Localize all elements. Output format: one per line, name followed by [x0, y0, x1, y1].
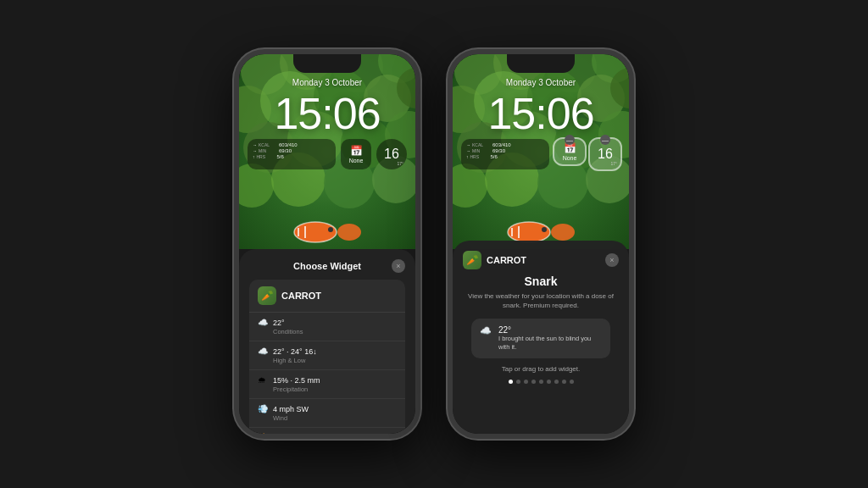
- volume-down-button: [234, 198, 236, 229]
- min-arrow-2: →: [466, 148, 470, 153]
- page-dots: [463, 380, 619, 384]
- close-icon-2: ×: [609, 256, 614, 264]
- tap-label: Tap or drag to add widget.: [463, 365, 619, 373]
- kcal-label: KCAL: [259, 142, 277, 147]
- dot-8: [562, 380, 566, 384]
- widget-item-uvi[interactable]: ☀️ UVI 6 High UV Index: [249, 428, 405, 434]
- uvi-icon: ☀️: [258, 433, 270, 434]
- carrot-label-2: CARROT: [487, 255, 526, 265]
- lock-time-1: 15:06: [239, 88, 415, 139]
- snark-panel-header: 🥕 CARROT ×: [463, 251, 619, 269]
- panel-title-1: Choose Widget: [263, 261, 392, 271]
- snark-preview-temp: 22°: [498, 325, 602, 335]
- minus-indicator-none: —: [565, 135, 575, 145]
- number-widget-1[interactable]: 16 17°: [376, 139, 407, 169]
- snark-description: View the weather for your location with …: [463, 291, 619, 310]
- conditions-icon: ☁️: [258, 318, 270, 327]
- phone-1-screen: Monday 3 October 15:06 → KCAL 603/410 → …: [239, 54, 415, 434]
- volume-down-button-2: [448, 198, 449, 229]
- dot-7: [554, 380, 559, 384]
- min-value-2: 69/30: [492, 148, 505, 153]
- power-button: [419, 173, 420, 215]
- app-header: 🥕 CARROT: [249, 280, 405, 313]
- widget-number-sub-2: 17°: [610, 161, 617, 166]
- phones-container: Monday 3 October 15:06 → KCAL 603/410 → …: [234, 49, 634, 439]
- wind-label: Wind: [258, 414, 397, 422]
- min-value: 69/30: [279, 148, 292, 153]
- svg-point-44: [542, 227, 547, 232]
- dot-6: [547, 380, 551, 384]
- carrot-icon-2: 🥕: [463, 251, 481, 269]
- kcal-value-2: 603/410: [492, 142, 511, 147]
- choose-widget-panel: Choose Widget × 🥕 CARROT ☁️ 22°: [239, 249, 415, 434]
- precip-value: 15% · 2.5 mm: [273, 376, 320, 385]
- none-widget-1[interactable]: 📅 None: [341, 139, 371, 169]
- widget-item-precip[interactable]: 🌧 15% · 2.5 mm Precipitation: [249, 370, 405, 399]
- minus-indicator-number: —: [600, 135, 610, 145]
- lock-time-2: 15:06: [453, 88, 629, 139]
- widgets-row-2: → KCAL 603/410 → MIN 69/30 ↑ HRS 5/6: [461, 139, 620, 169]
- snark-cloud-icon: ☁️: [480, 325, 492, 336]
- kcal-label-2: KCAL: [472, 142, 491, 147]
- kcal-value: 603/410: [279, 142, 298, 147]
- snark-preview-widget: ☁️ 22° I brought out the sun to blind yo…: [471, 319, 610, 358]
- volume-up-button-2: [448, 160, 449, 191]
- highlow-icon: ☁️: [258, 347, 270, 356]
- widget-number-value-1: 16: [384, 147, 399, 162]
- precip-icon: 🌧: [258, 375, 270, 385]
- phone-1: Monday 3 October 15:06 → KCAL 603/410 → …: [234, 49, 420, 439]
- none-label-2: None: [563, 155, 577, 161]
- conditions-label: Conditions: [258, 328, 397, 336]
- widget-number-value-2: 16: [598, 147, 613, 162]
- activity-widget-1: → KCAL 603/410 → MIN 69/30 ↑ HRS 5/6: [248, 139, 336, 169]
- widget-item-wind[interactable]: 💨 4 mph SW Wind: [249, 399, 405, 428]
- calendar-icon: 📅: [350, 145, 363, 157]
- silent-button-2: [448, 130, 449, 149]
- hrs-arrow: ↑: [253, 154, 255, 159]
- highlow-value: 22° · 24° 16↓: [273, 347, 317, 356]
- hrs-arrow-2: ↑: [466, 154, 469, 159]
- conditions-value: 22°: [273, 319, 285, 327]
- svg-point-22: [337, 224, 361, 241]
- hrs-value: 5/6: [277, 154, 284, 159]
- snark-preview-text: I brought out the sun to blind you with …: [498, 335, 602, 352]
- uvi-value: UVI 6 High: [273, 434, 310, 435]
- phone-2-screen: Monday 3 October 15:06 → KCAL 603/410 → …: [453, 54, 629, 434]
- hrs-label-2: HRS: [470, 154, 489, 159]
- widget-item-highlow[interactable]: ☁️ 22° · 24° 16↓ High & Low: [249, 341, 405, 370]
- notch-2: [507, 54, 575, 73]
- close-icon-1: ×: [396, 262, 400, 270]
- hrs-label: HRS: [257, 154, 275, 159]
- dot-4: [531, 380, 536, 384]
- widget-item-conditions[interactable]: ☁️ 22° Conditions: [249, 313, 405, 341]
- svg-point-45: [551, 224, 575, 241]
- dot-2: [516, 380, 520, 384]
- widgets-row-1: → KCAL 603/410 → MIN 69/30 ↑ HRS 5/6: [248, 139, 407, 169]
- close-button-2[interactable]: ×: [605, 253, 619, 267]
- panel-header-1: Choose Widget ×: [249, 259, 405, 273]
- snark-panel: 🥕 CARROT × Snark View the weather for yo…: [453, 241, 629, 434]
- volume-up-button: [234, 160, 236, 191]
- silent-button: [234, 130, 236, 149]
- lock-date-1: Monday 3 October: [239, 78, 415, 87]
- dot-3: [524, 380, 528, 384]
- activity-widget-2: → KCAL 603/410 → MIN 69/30 ↑ HRS 5/6: [461, 139, 549, 169]
- kcal-arrow: →: [253, 142, 257, 147]
- carrot-app-icon: 🥕: [258, 286, 276, 305]
- lock-date-2: Monday 3 October: [453, 78, 629, 87]
- close-button-1[interactable]: ×: [392, 259, 405, 273]
- carrot-label: CARROT: [281, 291, 321, 301]
- min-label: MIN: [259, 148, 277, 153]
- widget-list: 🥕 CARROT ☁️ 22° Conditions ☁️ 22°: [249, 280, 405, 434]
- dot-1: [509, 380, 513, 384]
- svg-point-21: [328, 227, 333, 232]
- hrs-value-2: 5/6: [491, 154, 498, 159]
- dot-5: [539, 380, 543, 384]
- min-arrow: →: [253, 148, 257, 153]
- snark-title: Snark: [463, 274, 619, 288]
- wind-value: 4 mph SW: [273, 405, 309, 413]
- wind-icon: 💨: [258, 404, 270, 413]
- dot-9: [570, 380, 574, 384]
- min-label-2: MIN: [472, 148, 491, 153]
- highlow-label: High & Low: [258, 357, 397, 364]
